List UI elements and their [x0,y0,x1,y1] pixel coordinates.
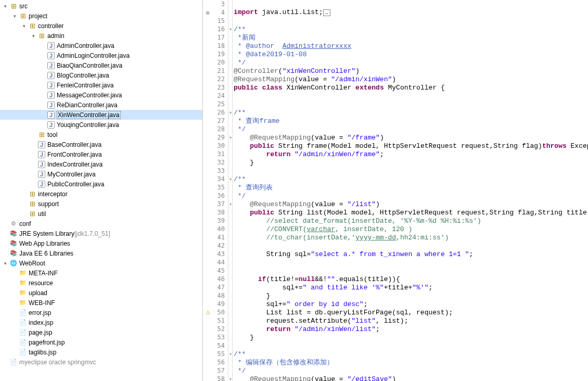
code-line[interactable]: return "/admin/xinWen/frame"; [234,150,588,159]
tree-node-adminlogincontroller-java[interactable]: AdminLoginController.java [0,50,202,60]
tree-node-tool[interactable]: tool [0,130,202,139]
code-line[interactable]: sql+=" order by id desc"; [234,300,588,309]
code-line[interactable]: * @author Administratorxxxx [234,42,588,50]
code-line[interactable]: //select date_format(insertDate, '%Y-%m-… [234,217,588,225]
code-line[interactable] [234,0,588,8]
code-line[interactable]: @RequestMapping(value = "/frame") [234,134,588,142]
code-line[interactable]: */ [234,192,588,200]
expander-icon[interactable]: ▾ [1,2,9,10]
code-line[interactable]: return "/admin/xinWen/list"; [234,325,588,334]
expander-icon[interactable]: ▾ [20,22,28,30]
code-line[interactable]: String sql="select a.* from t_xinwen a w… [234,250,588,259]
code-line[interactable] [234,267,588,275]
code-line[interactable]: import java.util.List;… [234,8,588,17]
code-line[interactable]: } [234,292,588,300]
tree-node-youqingcontroller-java[interactable]: YouqingController.java [0,120,202,130]
tree-node-jre-system-library-[interactable]: JRE System Library [jdk1.7.0_51] [0,228,202,238]
tree-node-web-inf[interactable]: WEB-INF [0,298,202,308]
fold-toggle-icon[interactable]: ▾ [228,175,232,183]
code-line[interactable]: /** [234,109,588,117]
tree-node-util[interactable]: util [0,209,202,219]
tree-node-taglibs-jsp[interactable]: taglibs.jsp [0,347,202,357]
tree-node-publiccontroller-java[interactable]: PublicController.java [0,179,202,189]
code-line[interactable]: @RequestMapping(value = "/list") [234,200,588,209]
expander-icon[interactable]: ▾ [29,32,37,40]
code-line[interactable]: //CONVERT(varchar, insertDate, 120 ) [234,225,588,234]
code-line[interactable]: //to_char(insertDate,'yyyy-mm-dd,hh24:mi… [234,234,588,242]
code-line[interactable]: */ [234,125,588,134]
fold-toggle-icon[interactable]: ▾ [228,200,232,208]
tree-node-pagefront-jsp[interactable]: pagefront.jsp [0,337,202,347]
code-line[interactable]: @RequestMapping(value = "/editSave") [234,375,588,381]
code-line[interactable]: * 编辑保存（包含修改和添加） [234,359,588,367]
tree-node-basecontroller-java[interactable]: BaseController.java [0,139,202,149]
code-line[interactable]: * @date2019-01-08 [234,50,588,59]
tree-node-biaoqiancontroller-java[interactable]: BiaoQianController.java [0,60,202,70]
code-line[interactable] [234,92,588,100]
tree-node-project[interactable]: ▾project [0,11,202,21]
code-line[interactable]: if(title!=null&&!"".equals(title)){ [234,275,588,284]
code-line[interactable]: /** [234,175,588,184]
tree-node-rediancontroller-java[interactable]: ReDianController.java [0,100,202,110]
code-line[interactable]: public String list(Model model, HttpServ… [234,209,588,217]
code-line[interactable]: } [234,159,588,167]
code-line[interactable]: /** [234,350,588,359]
code-line[interactable]: List list = db.queryListForPage(sql, req… [234,309,588,317]
code-line[interactable]: /** [234,26,588,34]
tree-node-admin[interactable]: ▾admin [0,31,202,41]
tree-node-webroot[interactable]: ▾WebRoot [0,258,202,268]
tree-node-blogcontroller-java[interactable]: BlogController.java [0,70,202,80]
code-line[interactable] [234,342,588,350]
tree-node-frontcontroller-java[interactable]: FrontController.java [0,149,202,159]
code-line[interactable]: *新闻 [234,34,588,42]
code-line[interactable]: * 查询frame [234,117,588,125]
tree-node-myeclipse-oracle-springmvc[interactable]: myeclipse oracle springmvc [0,357,202,367]
tree-node-mycontroller-java[interactable]: MyController.java [0,169,202,179]
tree-node-src[interactable]: ▾src [0,1,202,11]
tree-node-fenleicontroller-java[interactable]: FenleiController.java [0,80,202,90]
expander-icon[interactable]: ▾ [10,12,19,20]
code-line[interactable] [234,167,588,175]
code-line[interactable] [234,17,588,26]
tree-node-resource[interactable]: resource [0,278,202,288]
tree-node-controller[interactable]: ▾controller [0,21,202,31]
tree-node-interceptor[interactable]: interceptor [0,189,202,199]
tree-node-indexcontroller-java[interactable]: IndexController.java [0,159,202,169]
fold-toggle-icon[interactable]: ▾ [228,25,232,33]
tree-node-upload[interactable]: upload [0,288,202,298]
code-area[interactable]: import java.util.List;… /** *新闻 * @autho… [233,0,588,381]
code-line[interactable]: public String frame(Model model, HttpSer… [234,142,588,150]
code-line[interactable]: */ [234,59,588,67]
code-line[interactable]: } [234,334,588,342]
code-line[interactable]: request.setAttribute("list", list); [234,317,588,325]
tree-node-error-jsp[interactable]: error.jsp [0,308,202,318]
code-line[interactable]: public class XinWenController extends My… [234,84,588,92]
code-line[interactable]: @Controller("xinWenController") [234,67,588,75]
tree-node-admincontroller-java[interactable]: AdminController.java [0,41,202,50]
code-line[interactable]: @RequestMapping(value = "/admin/xinWen") [234,75,588,84]
code-line[interactable] [234,242,588,250]
tree-node-meta-inf[interactable]: META-INF [0,268,202,278]
code-line[interactable] [234,100,588,109]
code-editor[interactable]: ⊕⚠ 3415161718192021222324252627282930313… [203,0,588,381]
java-icon [47,52,55,60]
fold-toggle-icon[interactable]: ▾ [228,375,232,381]
tree-node-conf[interactable]: conf [0,219,202,228]
code-line[interactable]: sql+=" and title like '%"+title+"%'"; [234,284,588,292]
tree-node-java-ee-6-libraries[interactable]: Java EE 6 Libraries [0,248,202,258]
fold-toggle-icon[interactable]: ▾ [228,108,232,117]
code-line[interactable]: * 查询列表 [234,184,588,192]
tree-node-page-jsp[interactable]: page.jsp [0,327,202,337]
tree-node-support[interactable]: support [0,199,202,209]
gutter-marker-empty [203,50,212,58]
fold-toggle-icon[interactable]: ▾ [228,350,232,358]
tree-node-web-app-libraries[interactable]: Web App Libraries [0,238,202,248]
fold-toggle-icon[interactable]: ▾ [228,133,232,142]
tree-node-messagecontroller-java[interactable]: MessageController.java [0,90,202,100]
expander-icon[interactable]: ▾ [1,259,9,268]
code-line[interactable] [234,259,588,267]
tree-node-index-jsp[interactable]: index.jsp [0,318,202,327]
tree-node-xinwencontroller-java[interactable]: XinWenController.java [0,110,202,120]
code-line[interactable]: */ [234,367,588,375]
project-explorer[interactable]: ▾src▾project▾controller▾adminAdminContro… [0,0,203,381]
